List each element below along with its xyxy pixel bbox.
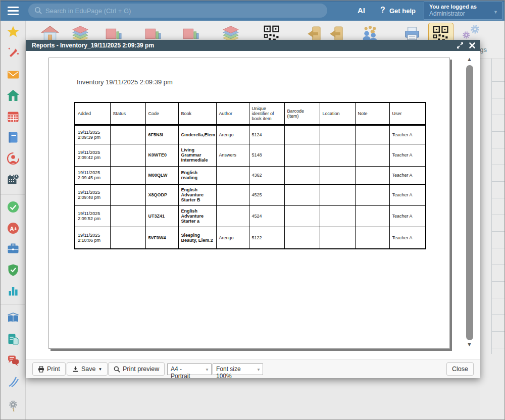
table-cell <box>284 166 320 184</box>
table-cell: X8QODP <box>145 184 178 205</box>
expand-icon[interactable] <box>457 42 464 49</box>
table-cell: Teacher A <box>389 166 426 184</box>
print-preview-label: Print preview <box>123 365 159 373</box>
close-icon[interactable] <box>469 42 476 49</box>
table-cell <box>284 184 320 205</box>
svg-text:A+: A+ <box>10 226 17 232</box>
scrollbar-up-arrow[interactable]: ▲ <box>467 56 472 62</box>
table-cell: 6F5N3I <box>145 125 178 144</box>
table-cell <box>355 227 389 249</box>
header-row: Added Status Code Book Author Unique ide… <box>75 102 426 125</box>
global-search[interactable] <box>28 4 327 18</box>
table-cell <box>320 144 355 166</box>
column-header: Unique identifier of book item <box>249 102 284 125</box>
table-cell <box>320 227 355 249</box>
print-button[interactable]: Print <box>32 362 66 376</box>
sidebar-divider <box>1 194 26 195</box>
get-help-button[interactable]: Get help <box>389 7 416 15</box>
dialog-body: Inventory 19/11/2025 2:09:39 pm Added St… <box>26 51 480 359</box>
reports-dialog: Reports - Inventory_19/11/2025 2:09:39 p… <box>26 40 480 378</box>
calendar-clock-icon[interactable] <box>7 173 20 186</box>
background-panel <box>480 59 505 420</box>
table-cell <box>110 144 145 166</box>
print-label: Print <box>47 365 60 373</box>
table-cell: 19/11/2025 2:09:39 pm <box>75 125 110 144</box>
search-input[interactable] <box>45 4 318 18</box>
column-header: User <box>389 102 426 125</box>
table-cell: 5VF0W4 <box>145 227 178 249</box>
table-cell: Teacher A <box>389 144 426 166</box>
check-circle-icon[interactable] <box>7 200 20 214</box>
table-cell <box>355 144 389 166</box>
column-header: Barcode (item) <box>284 102 320 125</box>
table-cell <box>320 166 355 184</box>
home-icon[interactable] <box>7 89 20 102</box>
dialog-title: Reports - Inventory_19/11/2025 2:09:39 p… <box>32 40 154 51</box>
person-icon[interactable] <box>7 152 20 165</box>
close-label: Close <box>452 365 468 373</box>
table-cell <box>284 205 320 227</box>
close-button[interactable]: Close <box>446 362 474 376</box>
magic-wand-icon[interactable] <box>7 47 20 60</box>
table-cell <box>320 205 355 227</box>
help-question-icon[interactable]: ? <box>380 6 385 15</box>
ebook-icon[interactable] <box>7 333 20 346</box>
gears-icon[interactable] <box>461 24 479 42</box>
column-header: Code <box>145 102 178 125</box>
column-header: Location <box>320 102 355 125</box>
column-header: Added <box>75 102 110 125</box>
table-cell <box>355 205 389 227</box>
column-header: Book <box>178 102 216 125</box>
table-cell: Arengo <box>216 227 249 249</box>
font-size-select[interactable]: Font size 100% ▼ <box>213 363 263 375</box>
notebook-icon[interactable] <box>7 131 20 144</box>
caret-down-icon: ▼ <box>98 367 103 372</box>
table-cell <box>216 205 249 227</box>
pen-icon[interactable] <box>7 375 20 388</box>
table-cell <box>284 144 320 166</box>
hamburger-menu-icon[interactable] <box>8 7 19 15</box>
save-button[interactable]: Save ▼ <box>67 362 108 376</box>
table-cell: 19/11/2025 2:09:52 pm <box>75 205 110 227</box>
table-cell <box>284 227 320 249</box>
table-cell: Living Grammar Intermediale <box>178 144 216 166</box>
table-row: 19/11/2025 2:09:48 pm X8QODP English Adv… <box>75 184 426 205</box>
grades-icon[interactable]: A+ <box>7 222 20 235</box>
chat-icon[interactable] <box>7 354 20 367</box>
top-bar: AI ? Get help You are logged as Administ… <box>1 1 505 21</box>
column-header: Author <box>216 102 249 125</box>
table-cell <box>355 166 389 184</box>
mail-icon[interactable] <box>7 68 20 81</box>
ai-button[interactable]: AI <box>358 6 365 15</box>
table-cell <box>355 184 389 205</box>
dialog-title-bar[interactable]: Reports - Inventory_19/11/2025 2:09:39 p… <box>26 40 480 51</box>
paper-size-select[interactable]: A4 - Portrait ▼ <box>167 363 212 375</box>
table-cell: 19/11/2025 2:09:45 pm <box>75 166 110 184</box>
magnifier-icon <box>114 366 120 373</box>
briefcase-icon[interactable] <box>7 242 20 255</box>
table-cell <box>284 125 320 144</box>
logged-in-user-menu[interactable]: You are logged as Administrator ▼ <box>424 2 502 20</box>
paper-size-value: A4 - Portrait <box>171 365 190 380</box>
bar-chart-icon[interactable] <box>7 285 20 298</box>
timetable-icon[interactable] <box>7 110 20 123</box>
table-cell: 19/11/2025 2:09:48 pm <box>75 184 110 205</box>
table-cell: 4525 <box>249 184 284 205</box>
shield-check-icon[interactable] <box>7 264 20 277</box>
table-cell: 19/11/2025 2:10:06 pm <box>75 227 110 249</box>
report-page: Inventory 19/11/2025 2:09:39 pm Added St… <box>48 58 450 349</box>
settings-gear-icon[interactable] <box>7 399 20 412</box>
print-preview-button[interactable]: Print preview <box>108 362 165 376</box>
scrollbar-thumb[interactable] <box>466 65 473 340</box>
star-icon[interactable] <box>7 25 20 38</box>
table-cell <box>110 184 145 205</box>
table-cell: 5148 <box>249 144 284 166</box>
download-icon <box>72 366 79 373</box>
column-header: Status <box>110 102 145 125</box>
caret-down-icon: ▼ <box>257 368 261 372</box>
dialog-footer: Print Save ▼ Print preview A4 - Portrait <box>26 359 480 378</box>
scrollbar-down-arrow[interactable]: ▼ <box>467 341 472 347</box>
table-cell <box>320 184 355 205</box>
library-icon[interactable] <box>7 311 20 325</box>
table-cell: Sleeping Beauty, Elem.2 <box>178 227 216 249</box>
